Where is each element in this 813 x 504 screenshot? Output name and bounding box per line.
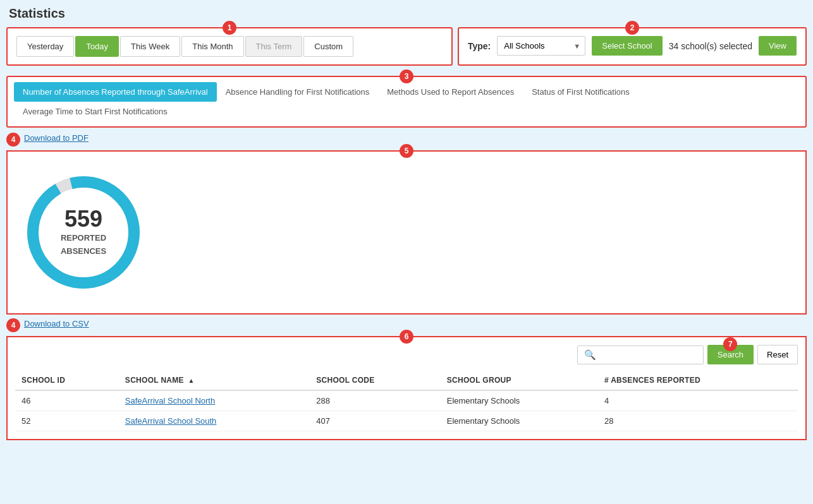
table-section: 6 🔍 7 Search Reset SCHOOL ID SCHOOL NAME…: [6, 336, 807, 440]
tab-status-notifications[interactable]: Status of First Notifications: [523, 82, 639, 102]
view-button[interactable]: View: [759, 36, 797, 56]
tabs-group: Number of Absences Reported through Safe…: [14, 82, 799, 121]
badge-2: 2: [625, 21, 639, 35]
absences-table: SCHOOL ID SCHOOL NAME ▲ SCHOOL CODE SCHO…: [15, 371, 798, 431]
col-absences-reported: # ABSENCES REPORTED: [598, 371, 798, 390]
cell-school-code: 288: [310, 390, 441, 411]
cell-school-id: 52: [15, 411, 119, 431]
cell-school-group: Elementary Schools: [441, 411, 598, 431]
cell-school-code: 407: [310, 411, 441, 431]
badge-5: 5: [400, 144, 413, 158]
badge-6: 6: [400, 330, 413, 344]
table-row: 52 SafeArrival School South 407 Elementa…: [15, 411, 798, 431]
badge-4-top: 4: [6, 133, 20, 147]
col-school-code: SCHOOL CODE: [310, 371, 441, 390]
badge-7: 7: [723, 337, 737, 351]
donut-svg: [20, 169, 147, 296]
search-icon: 🔍: [584, 349, 596, 361]
time-filter-group: Yesterday Today This Week This Month Thi…: [16, 36, 443, 57]
school-type-select-wrapper: All Schools ▼: [497, 36, 585, 56]
col-school-id: SCHOOL ID: [15, 371, 119, 390]
school-name-link[interactable]: SafeArrival School South: [125, 416, 217, 426]
col-school-group: SCHOOL GROUP: [441, 371, 598, 390]
badge-4-bottom: 4: [6, 318, 20, 332]
badge-1: 1: [223, 21, 236, 35]
download-pdf-link[interactable]: Download to PDF: [24, 133, 89, 143]
col-school-name: SCHOOL NAME ▲: [119, 371, 310, 390]
selected-count: 34 school(s) selected: [669, 41, 752, 51]
type-label: Type:: [468, 41, 491, 51]
tab-avg-time[interactable]: Average Time to Start First Notification…: [14, 102, 176, 121]
cell-school-id: 46: [15, 390, 119, 411]
tab-methods-used[interactable]: Methods Used to Report Absences: [378, 82, 523, 102]
sort-icon: ▲: [188, 377, 195, 384]
btn-today[interactable]: Today: [75, 36, 119, 57]
school-filter-group: Type: All Schools ▼ Select School 34 sch…: [468, 36, 797, 56]
btn-this-month[interactable]: This Month: [181, 36, 243, 57]
btn-yesterday[interactable]: Yesterday: [16, 36, 74, 57]
search-input-wrapper: 🔍: [577, 345, 704, 364]
donut-chart: 559 REPORTED ABSENCES: [20, 169, 147, 296]
btn-custom[interactable]: Custom: [303, 36, 353, 57]
reset-button[interactable]: Reset: [757, 345, 798, 364]
svg-point-1: [33, 182, 134, 283]
tab-absences-reported[interactable]: Number of Absences Reported through Safe…: [14, 82, 217, 102]
cell-absences: 28: [598, 411, 798, 431]
chart-section: 5 559 REPORTED ABSENCES: [6, 150, 807, 315]
cell-school-group: Elementary Schools: [441, 390, 598, 411]
btn-this-week[interactable]: This Week: [120, 36, 180, 57]
btn-this-term[interactable]: This Term: [245, 36, 303, 57]
table-row: 46 SafeArrival School North 288 Elementa…: [15, 390, 798, 411]
select-school-button[interactable]: Select School: [592, 36, 663, 56]
school-name-link[interactable]: SafeArrival School North: [125, 396, 215, 405]
badge-3: 3: [400, 69, 413, 83]
tab-absence-handling[interactable]: Absence Handling for First Notifications: [217, 82, 379, 102]
cell-school-name: SafeArrival School South: [119, 411, 310, 431]
cell-absences: 4: [598, 390, 798, 411]
school-type-select[interactable]: All Schools: [497, 36, 585, 56]
table-search-row: 🔍 7 Search Reset: [15, 345, 798, 364]
download-csv-link[interactable]: Download to CSV: [24, 319, 89, 328]
cell-school-name: SafeArrival School North: [119, 390, 310, 411]
page-title: Statistics: [6, 6, 807, 21]
table-header-row: SCHOOL ID SCHOOL NAME ▲ SCHOOL CODE SCHO…: [15, 371, 798, 390]
